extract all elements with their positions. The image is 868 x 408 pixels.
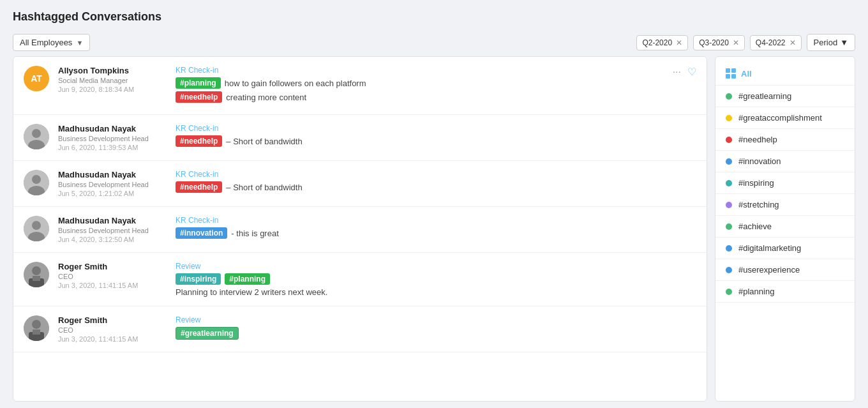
sidebar-tag-label-inspiring: #inspiring	[738, 178, 774, 188]
avatar-5	[24, 262, 49, 287]
avatar-area-4	[24, 216, 49, 241]
sidebar-all-button[interactable]: All	[715, 62, 855, 86]
period-filter-label: Period	[814, 38, 838, 47]
sidebar-tag-planning[interactable]: #planning	[715, 281, 855, 303]
avatar-svg-6	[24, 315, 49, 341]
person-name-6: Roger Smith	[58, 315, 167, 325]
employees-filter-button[interactable]: All Employees ▼	[13, 34, 90, 51]
svg-point-7	[32, 221, 41, 230]
sidebar-tag-label-stretching: #stretching	[738, 200, 779, 209]
sidebar-tag-greatlearning[interactable]: #greatlearning	[715, 86, 855, 107]
sidebar-tag-achieve[interactable]: #achieve	[715, 216, 855, 238]
sidebar-tag-inspiring[interactable]: #inspiring	[715, 172, 855, 194]
more-options-icon-1[interactable]: ···	[673, 66, 681, 78]
avatar-2	[24, 124, 49, 149]
conv-type-4: KR Check-in	[176, 216, 696, 225]
dot-achieve	[726, 223, 732, 230]
sidebar-tag-digitalmarketing[interactable]: #digitalmarketing	[715, 238, 855, 259]
q4-2022-close-icon[interactable]: ✕	[789, 38, 796, 47]
person-name-2: Madhusudan Nayak	[58, 124, 167, 133]
conv-type-6: Review	[176, 315, 696, 324]
sidebar-tag-label-userexperience: #userexperience	[738, 265, 800, 275]
person-role-4: Business Development Head	[58, 227, 167, 234]
conv-line-6a: #greatlearning	[176, 327, 696, 340]
needhelp-tag-1: #needhelp	[176, 91, 222, 103]
grid-cell-2	[731, 68, 736, 73]
conversation-item-5[interactable]: Roger Smith CEO Jun 3, 2020, 11:41:15 AM…	[13, 253, 707, 306]
q3-2020-label: Q3-2020	[699, 38, 729, 47]
heart-icon-1[interactable]: ♡	[687, 66, 696, 78]
person-info-3: Madhusudan Nayak Business Development He…	[58, 170, 167, 197]
dot-planning	[726, 289, 732, 295]
avatar-area-6	[24, 315, 49, 341]
page-wrapper: Hashtagged Conversations All Employees ▼…	[0, 0, 868, 408]
svg-point-4	[32, 175, 41, 184]
q2-2020-close-icon[interactable]: ✕	[676, 38, 682, 47]
conv-text-1b: creating more content	[226, 93, 306, 102]
conv-body-4: KR Check-in #innovation - this is great	[176, 216, 696, 241]
person-info-1: Allyson Tompkins Social Media Manager Ju…	[58, 66, 167, 93]
q2-2020-tag: Q2-2020 ✕	[636, 35, 688, 50]
q3-2020-close-icon[interactable]: ✕	[733, 38, 739, 47]
sidebar-tag-label-achieve: #achieve	[738, 222, 772, 231]
avatar-area-3	[24, 170, 49, 195]
person-date-3: Jun 5, 2020, 1:21:02 AM	[58, 190, 167, 197]
q3-2020-tag: Q3-2020 ✕	[693, 35, 745, 50]
sidebar-tag-label-innovation: #innovation	[738, 156, 781, 166]
conv-line-1a: #planning how to gain followers on each …	[176, 77, 664, 89]
employees-filter-label: All Employees	[20, 38, 72, 47]
person-name-4: Madhusudan Nayak	[58, 216, 167, 225]
avatar-svg-2	[24, 124, 49, 149]
dot-needhelp	[726, 137, 732, 143]
avatar-svg-3	[24, 170, 49, 195]
innovation-tag-1: #innovation	[176, 227, 227, 239]
funnel-icon: ▼	[76, 39, 83, 47]
conversation-item-6[interactable]: Roger Smith CEO Jun 3, 2020, 11:41:15 AM…	[13, 306, 707, 352]
svg-point-1	[32, 129, 41, 138]
sidebar-tag-needhelp[interactable]: #needhelp	[715, 129, 855, 151]
sidebar-tag-stretching[interactable]: #stretching	[715, 194, 855, 216]
sidebar-tag-label-greataccomplishment: #greataccomplishment	[738, 113, 822, 123]
conv-line-4a: #innovation - this is great	[176, 227, 696, 239]
person-info-6: Roger Smith CEO Jun 3, 2020, 11:41:15 AM	[58, 315, 167, 343]
conversation-item-1[interactable]: AT Allyson Tompkins Social Media Manager…	[13, 57, 707, 115]
period-funnel-icon: ▼	[840, 38, 848, 47]
person-date-1: Jun 9, 2020, 8:18:34 AM	[58, 86, 167, 93]
grid-icon	[726, 68, 736, 79]
sidebar-tag-greataccomplishment[interactable]: #greataccomplishment	[715, 107, 855, 129]
svg-rect-12	[33, 276, 40, 281]
person-role-3: Business Development Head	[58, 181, 167, 188]
conv-line-3a: #needhelp – Short of bandwidth	[176, 181, 696, 193]
conv-body-3: KR Check-in #needhelp – Short of bandwid…	[176, 170, 696, 195]
grid-cell-1	[726, 68, 730, 73]
sidebar-tag-userexperience[interactable]: #userexperience	[715, 259, 855, 281]
period-filter-button[interactable]: Period ▼	[807, 34, 855, 51]
person-role-6: CEO	[58, 326, 167, 334]
conv-type-2: KR Check-in	[176, 124, 696, 133]
person-role-1: Social Media Manager	[58, 77, 167, 84]
conv-body-6: Review #greatlearning	[176, 315, 696, 342]
conversations-list: AT Allyson Tompkins Social Media Manager…	[13, 56, 707, 402]
conversation-item-2[interactable]: Madhusudan Nayak Business Development He…	[13, 115, 707, 161]
needhelp-tag-3: #needhelp	[176, 181, 222, 193]
conversation-item-4[interactable]: Madhusudan Nayak Business Development He…	[13, 207, 707, 253]
conv-line-2a: #needhelp – Short of bandwidth	[176, 135, 696, 147]
conv-type-3: KR Check-in	[176, 170, 696, 179]
q4-2022-label: Q4-2022	[756, 38, 786, 47]
svg-point-10	[32, 266, 41, 275]
greatlearning-tag-1: #greatlearning	[176, 327, 239, 340]
sidebar-tag-label-greatlearning: #greatlearning	[738, 91, 791, 101]
person-date-5: Jun 3, 2020, 11:41:15 AM	[58, 282, 167, 289]
person-date-4: Jun 4, 2020, 3:12:50 AM	[58, 236, 167, 243]
needhelp-tag-2: #needhelp	[176, 135, 222, 147]
avatar-3	[24, 170, 49, 195]
conversation-item-3[interactable]: Madhusudan Nayak Business Development He…	[13, 161, 707, 207]
dot-digitalmarketing	[726, 245, 732, 252]
dot-innovation	[726, 158, 732, 165]
sidebar-tag-innovation[interactable]: #innovation	[715, 151, 855, 172]
conv-body-5: Review #inspiring #planning Planning to …	[176, 262, 696, 297]
planning-tag-2: #planning	[225, 273, 270, 285]
dot-stretching	[726, 202, 732, 208]
inspiring-tag-1: #inspiring	[176, 273, 221, 285]
conv-text-3: – Short of bandwidth	[226, 183, 302, 192]
